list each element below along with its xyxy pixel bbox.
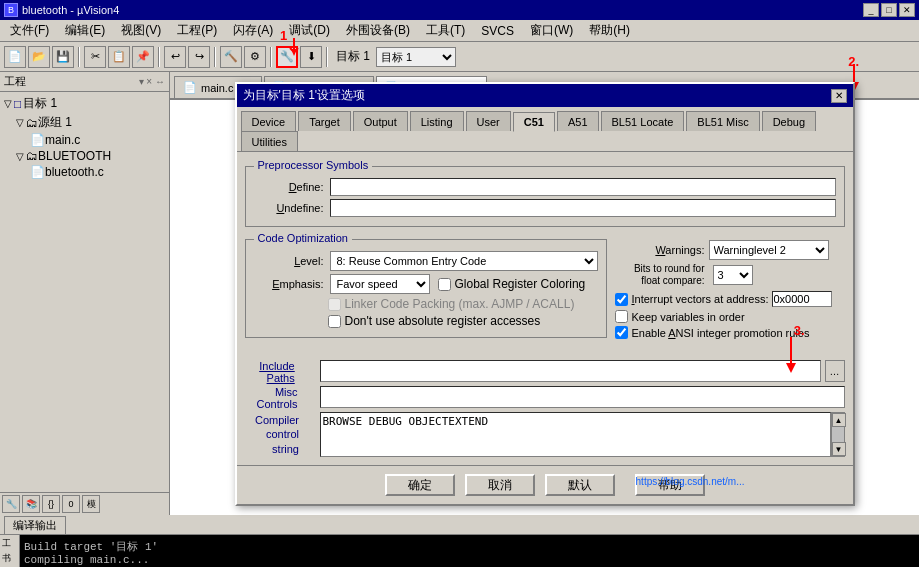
maximize-btn[interactable]: □ (881, 3, 897, 17)
dialog-tab-output[interactable]: Output (353, 111, 408, 131)
output-line-1: Build target '目标 1' (24, 539, 915, 554)
target-label: 目标 1 (332, 48, 374, 65)
content-area: 📄 main.c ✕ 📄 bluetooth.c ✕ 📄 bluetooth.h… (170, 72, 919, 515)
menu-flash[interactable]: 闪存(A) (225, 20, 281, 41)
menu-help[interactable]: 帮助(H) (581, 20, 638, 41)
main-layout: 工程 ▾ × ↔ ▽ □ 目标 1 ▽ 🗂 源组 1 📄 main.c ▽ 🗂 … (0, 72, 919, 515)
menu-edit[interactable]: 编辑(E) (57, 20, 113, 41)
undefine-row: Undefine: (254, 199, 836, 217)
no-abs-reg-row: Don't use absolute register accesses (254, 314, 598, 328)
menu-tools[interactable]: 工具(T) (418, 20, 473, 41)
dialog-tab-debug[interactable]: Debug (762, 111, 816, 131)
global-register-label: Global Register Coloring (455, 277, 586, 291)
define-label: Define: (254, 181, 324, 193)
interrupt-vectors-input[interactable] (772, 291, 832, 307)
toolbar-cut-btn[interactable]: ✂ (84, 46, 106, 68)
tree-btc-label: bluetooth.c (45, 165, 104, 179)
define-input[interactable] (330, 178, 836, 196)
scroll-up-btn[interactable]: ▲ (832, 413, 846, 427)
dialog-overlay: 为目标'目标 1'设置选项 ✕ Device Target Output Lis… (170, 72, 919, 515)
panel-tab-output[interactable]: 编译输出 (4, 516, 66, 534)
panel-side-tab-1[interactable]: 工 (2, 537, 17, 550)
default-button[interactable]: 默认 (545, 474, 615, 496)
tree-main-icon: 📄 (30, 133, 45, 147)
tree-bt-expand-icon: ▽ (16, 151, 24, 162)
tree-item-bluetooth-c[interactable]: 📄 bluetooth.c (2, 164, 167, 180)
tree-item-target[interactable]: ▽ □ 目标 1 (2, 94, 167, 113)
emphasis-row: Emphasis: Favor speed Global Register Co… (254, 274, 598, 294)
no-abs-reg-checkbox[interactable] (328, 315, 341, 328)
linker-packing-checkbox[interactable] (328, 298, 341, 311)
toolbar-redo-btn[interactable]: ↪ (188, 46, 210, 68)
scroll-down-btn[interactable]: ▼ (832, 442, 846, 456)
menu-svcs[interactable]: SVCS (473, 22, 522, 40)
include-paths-browse-btn[interactable]: … (825, 360, 845, 382)
project-panel-btn2[interactable]: 📚 (22, 495, 40, 513)
tree-item-bluetooth-folder[interactable]: ▽ 🗂 BLUETOOTH (2, 148, 167, 164)
project-panel-btn1[interactable]: 🔧 (2, 495, 20, 513)
interrupt-vectors-checkbox[interactable] (615, 293, 628, 306)
dialog-tab-device[interactable]: Device (241, 111, 297, 131)
toolbar-undo-btn[interactable]: ↩ (164, 46, 186, 68)
dialog-tab-bl51-locate[interactable]: BL51 Locate (601, 111, 685, 131)
cancel-button[interactable]: 取消 (465, 474, 535, 496)
dialog-tab-c51[interactable]: C51 (513, 112, 555, 132)
toolbar-new-btn[interactable]: 📄 (4, 46, 26, 68)
toolbar-sep2 (158, 47, 160, 67)
title-bar: B bluetooth - µVision4 _ □ ✕ (0, 0, 919, 20)
project-panel-btn5[interactable]: 模 (82, 495, 100, 513)
dialog-tab-utilities[interactable]: Utilities (241, 131, 298, 151)
ok-button[interactable]: 确定 (385, 474, 455, 496)
warnings-select[interactable]: Warninglevel 2 (709, 240, 829, 260)
dialog-tab-listing[interactable]: Listing (410, 111, 464, 131)
dialog-tab-user[interactable]: User (466, 111, 511, 131)
undefine-input[interactable] (330, 199, 836, 217)
code-optimization-section: Code Optimization Level: 8: Reuse Common… (245, 233, 607, 356)
toolbar-sep3 (214, 47, 216, 67)
toolbar-rebuild-btn[interactable]: ⚙ (244, 46, 266, 68)
include-paths-input[interactable] (320, 360, 821, 382)
compiler-scrollbar[interactable]: ▲ ▼ (831, 412, 845, 457)
keep-variables-checkbox[interactable] (615, 310, 628, 323)
menu-peripherals[interactable]: 外围设备(B) (338, 20, 418, 41)
dialog-close-button[interactable]: ✕ (831, 89, 847, 103)
tree-item-source-group[interactable]: ▽ 🗂 源组 1 (2, 113, 167, 132)
menu-view[interactable]: 视图(V) (113, 20, 169, 41)
linker-packing-row: Linker Code Packing (max. AJMP / ACALL) (254, 297, 598, 311)
app-icon: B (4, 3, 18, 17)
menu-project[interactable]: 工程(P) (169, 20, 225, 41)
annotation-3: 3. (794, 323, 805, 338)
compiler-control-textarea[interactable]: BROWSE DEBUG OBJECTEXTEND (320, 412, 831, 457)
toolbar-paste-btn[interactable]: 📌 (132, 46, 154, 68)
level-select[interactable]: 8: Reuse Common Entry Code (330, 251, 598, 271)
toolbar-build-btn[interactable]: 🔨 (220, 46, 242, 68)
panel-side-tab-2[interactable]: 书 (2, 552, 17, 565)
panel-side-tabs: 工 书 {} 0 模 (0, 535, 20, 567)
warnings-row: Warnings: Warninglevel 2 (615, 240, 845, 260)
linker-packing-label: Linker Code Packing (max. AJMP / ACALL) (345, 297, 575, 311)
toolbar-save-btn[interactable]: 💾 (52, 46, 74, 68)
project-panel-btn3[interactable]: {} (42, 495, 60, 513)
output-line-2: compiling main.c... (24, 554, 915, 566)
bits-round-select[interactable]: 3 (713, 265, 753, 285)
watermark-text: https://blog.csdn.net/m... (636, 476, 745, 487)
dialog-tab-bl51-misc[interactable]: BL51 Misc (686, 111, 759, 131)
minimize-btn[interactable]: _ (863, 3, 879, 17)
toolbar-open-btn[interactable]: 📂 (28, 46, 50, 68)
target-dropdown[interactable]: 目标 1 (376, 47, 456, 67)
close-btn[interactable]: ✕ (899, 3, 915, 17)
emphasis-select[interactable]: Favor speed (330, 274, 430, 294)
misc-controls-input[interactable] (320, 386, 845, 408)
tree-bt-label: BLUETOOTH (38, 149, 111, 163)
dialog-tab-a51[interactable]: A51 (557, 111, 599, 131)
undefine-label: Undefine: (254, 202, 324, 214)
global-register-checkbox[interactable] (438, 278, 451, 291)
menu-window[interactable]: 窗口(W) (522, 20, 581, 41)
output-section: 编译输出 工 书 {} 0 模 Build target '目标 1' comp… (0, 515, 919, 567)
toolbar-copy-btn[interactable]: 📋 (108, 46, 130, 68)
dialog-tab-target[interactable]: Target (298, 111, 351, 131)
enable-ansi-checkbox[interactable] (615, 326, 628, 339)
project-panel-btn4[interactable]: 0 (62, 495, 80, 513)
tree-item-main-c[interactable]: 📄 main.c (2, 132, 167, 148)
menu-file[interactable]: 文件(F) (2, 20, 57, 41)
